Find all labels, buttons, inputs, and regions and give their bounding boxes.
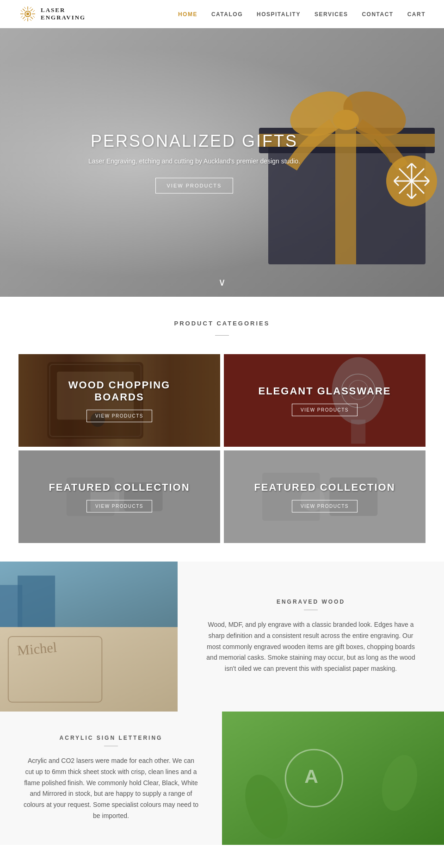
hero-subtitle: Laser Engraving, etching and cutting by …: [88, 157, 300, 165]
featured2-overlay: FEATURED COLLECTION VIEW PRODUCTS: [224, 450, 426, 543]
nav-services[interactable]: SERVICES: [314, 11, 348, 18]
categories-divider: [215, 335, 229, 336]
glassware-btn[interactable]: VIEW PRODUCTS: [292, 404, 358, 416]
svg-rect-62: [18, 575, 55, 627]
svg-line-14: [33, 10, 35, 12]
engraved-wood-heading: ENGRAVED WOOD: [277, 599, 345, 605]
nav-hospitality[interactable]: HOSPITALITY: [257, 11, 301, 18]
nav-home[interactable]: HOME: [178, 11, 197, 18]
svg-line-7: [23, 17, 25, 19]
nav-catalog[interactable]: CATALOG: [211, 11, 243, 18]
svg-line-10: [30, 7, 31, 9]
svg-line-5: [31, 17, 33, 19]
glassware-title: ELEGANT GLASSWARE: [258, 385, 391, 397]
logo-sunburst-icon: [18, 5, 37, 23]
category-glassware[interactable]: ELEGANT GLASSWARE VIEW PRODUCTS: [224, 354, 426, 447]
wood-boards-overlay: WOOD CHOPPINGBOARDS VIEW PRODUCTS: [18, 354, 220, 447]
wood-boards-btn[interactable]: VIEW PRODUCTS: [86, 410, 152, 422]
svg-rect-64: [0, 627, 178, 712]
engraved-wood-svg: Michel: [0, 562, 178, 712]
acrylic-divider: [104, 746, 118, 746]
nav-cart[interactable]: CART: [407, 11, 426, 18]
engraved-wood-divider: [304, 610, 318, 610]
svg-line-15: [21, 16, 23, 18]
logo[interactable]: LASER ENGRAVING: [18, 5, 86, 23]
categories-grid: WOOD CHOPPINGBOARDS VIEW PRODUCTS: [0, 354, 444, 562]
nav-links: HOME CATALOG HOSPITALITY SERVICES CONTAC…: [178, 10, 426, 18]
engraved-wood-image: Michel: [0, 562, 178, 712]
acrylic-heading: ACRYLIC SIGN LETTERING: [60, 735, 163, 741]
featured2-btn[interactable]: VIEW PRODUCTS: [292, 500, 358, 512]
acrylic-text: ACRYLIC SIGN LETTERING Acrylic and CO2 l…: [0, 712, 222, 845]
featured1-title: FEATURED COLLECTION: [49, 481, 190, 493]
svg-point-25: [333, 110, 359, 130]
featured-products-section: FEATURED PRODUCTS: [0, 845, 444, 868]
svg-line-13: [33, 16, 35, 18]
category-wood-boards[interactable]: WOOD CHOPPINGBOARDS VIEW PRODUCTS: [18, 354, 220, 447]
hero-title: PERSONALIZED GIFTS: [88, 131, 300, 151]
hero-cta-button[interactable]: VIEW PRODUCTS: [155, 178, 234, 194]
engraved-wood-text: ENGRAVED WOOD Wood, MDF, and ply engrave…: [178, 562, 444, 712]
acrylic-body: Acrylic and CO2 lasers were made for eac…: [23, 756, 199, 822]
svg-line-8: [24, 7, 26, 9]
svg-rect-21: [335, 128, 356, 264]
svg-line-12: [21, 10, 23, 12]
wood-boards-title: WOOD CHOPPINGBOARDS: [68, 379, 170, 403]
navigation: LASER ENGRAVING HOME CATALOG HOSPITALITY…: [0, 0, 444, 28]
svg-text:A: A: [304, 766, 318, 787]
categories-title: PRODUCT CATEGORIES: [0, 297, 444, 331]
engraved-wood-body: Wood, MDF, and ply engrave with a classi…: [201, 619, 421, 674]
svg-line-4: [23, 9, 25, 11]
category-featured-2[interactable]: FEATURED COLLECTION VIEW PRODUCTS: [224, 450, 426, 543]
acrylic-image: A: [222, 712, 444, 845]
acrylic-svg: A: [222, 712, 444, 845]
nav-contact[interactable]: CONTACT: [362, 11, 393, 18]
acrylic-section: ACRYLIC SIGN LETTERING Acrylic and CO2 l…: [0, 712, 444, 845]
svg-line-6: [31, 9, 33, 11]
svg-line-9: [30, 19, 31, 21]
hero-content: PERSONALIZED GIFTS Laser Engraving, etch…: [88, 131, 300, 194]
logo-text: LASER ENGRAVING: [41, 6, 86, 21]
product-categories-section: PRODUCT CATEGORIES: [0, 297, 444, 562]
engraved-wood-section: Michel ENGRAVED WOOD Wood, MDF, and ply …: [0, 562, 444, 712]
svg-point-18: [26, 12, 29, 15]
hero-section: PERSONALIZED GIFTS Laser Engraving, etch…: [0, 28, 444, 297]
featured1-btn[interactable]: VIEW PRODUCTS: [86, 500, 152, 512]
hero-chevron-icon[interactable]: ∨: [218, 276, 226, 288]
category-featured-1[interactable]: FEATURED COLLECTION VIEW PRODUCTS: [18, 450, 220, 543]
glassware-overlay: ELEGANT GLASSWARE VIEW PRODUCTS: [224, 354, 426, 447]
svg-line-11: [24, 19, 26, 21]
featured2-title: FEATURED COLLECTION: [254, 481, 395, 493]
featured1-overlay: FEATURED COLLECTION VIEW PRODUCTS: [18, 450, 220, 543]
